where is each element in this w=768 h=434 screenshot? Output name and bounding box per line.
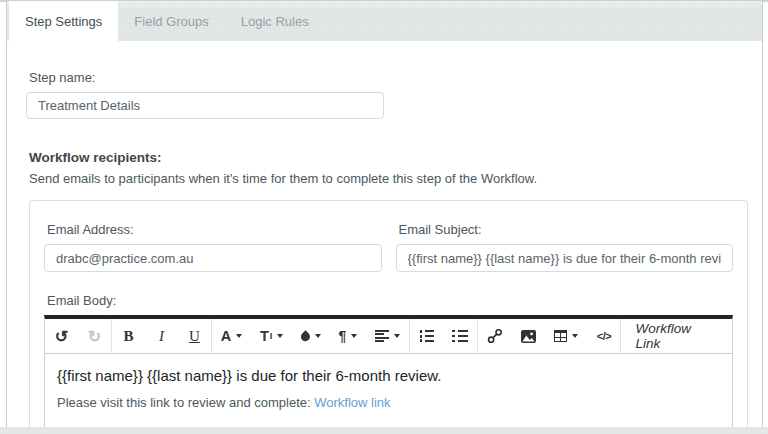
underline-button[interactable]: U (178, 319, 211, 353)
email-body-line1: {{first name}} {{last name}} is due for … (57, 367, 720, 384)
image-icon (521, 330, 536, 343)
insert-image-button[interactable] (512, 319, 545, 353)
highlight-color-button[interactable] (292, 319, 330, 353)
tab-field-groups[interactable]: Field Groups (118, 1, 224, 41)
tab-step-settings[interactable]: Step Settings (9, 1, 118, 41)
bottom-crop-strip (0, 427, 768, 434)
email-body-line2: Please visit this link to review and com… (57, 395, 720, 410)
chevron-down-icon (236, 334, 242, 338)
workflow-link-button[interactable]: Workflow Link (621, 319, 732, 353)
paragraph-icon: ¶ (339, 328, 347, 344)
email-body-editor: ↺ ↻ B I U A T I (44, 315, 733, 434)
email-subject-input[interactable] (396, 244, 734, 272)
chevron-down-icon (572, 334, 578, 338)
email-subject-label: Email Subject: (399, 222, 734, 237)
step-name-label: Step name: (29, 70, 748, 85)
italic-button[interactable]: I (145, 319, 178, 353)
font-size-icon: T (260, 328, 269, 344)
chevron-down-icon (315, 334, 321, 338)
chevron-down-icon (277, 334, 283, 338)
email-address-label: Email Address: (47, 222, 382, 237)
editor-toolbar: ↺ ↻ B I U A T I (44, 315, 733, 354)
email-address-field: Email Address: (44, 222, 382, 272)
settings-card: Step Settings Field Groups Logic Rules S… (6, 1, 763, 434)
unordered-list-icon (452, 330, 468, 343)
insert-table-button[interactable] (545, 319, 588, 353)
workflow-recipients-panel: Email Address: Email Subject: Email Body… (29, 200, 748, 434)
bold-button[interactable]: B (112, 319, 145, 353)
page: Step Settings Field Groups Logic Rules S… (0, 0, 768, 434)
text-color-icon: A (221, 328, 231, 344)
workflow-recipients-heading: Workflow recipients: (29, 150, 748, 165)
email-body-content[interactable]: {{first name}} {{last name}} is due for … (44, 354, 733, 434)
tab-bar: Step Settings Field Groups Logic Rules (7, 1, 762, 41)
align-button[interactable] (366, 319, 409, 353)
table-icon (554, 330, 568, 342)
code-view-button[interactable]: </> (587, 319, 620, 353)
workflow-recipients-description: Send emails to participants when it's ti… (29, 171, 748, 186)
redo-button[interactable]: ↻ (78, 319, 111, 353)
link-icon (487, 328, 503, 344)
undo-button[interactable]: ↺ (45, 319, 78, 353)
paragraph-format-button[interactable]: ¶ (330, 319, 366, 353)
tab-logic-rules[interactable]: Logic Rules (225, 1, 325, 41)
email-body-line2-text: Please visit this link to review and com… (57, 395, 314, 410)
email-fields-row: Email Address: Email Subject: (44, 222, 733, 272)
chevron-down-icon (394, 334, 400, 338)
workflow-link[interactable]: Workflow link (314, 395, 390, 410)
step-name-input[interactable] (26, 92, 384, 119)
step-settings-panel: Step name: Workflow recipients: Send ema… (7, 70, 762, 434)
font-size-icon-small: I (270, 331, 273, 341)
email-address-input[interactable] (44, 244, 382, 272)
chevron-down-icon (351, 334, 357, 338)
email-subject-field: Email Subject: (396, 222, 734, 272)
droplet-icon (299, 330, 311, 342)
ordered-list-button[interactable] (410, 319, 444, 353)
text-color-button[interactable]: A (212, 319, 251, 353)
insert-link-button[interactable] (478, 319, 512, 353)
email-body-label: Email Body: (47, 293, 733, 308)
font-size-button[interactable]: T I (251, 319, 292, 353)
ordered-list-icon (419, 330, 435, 343)
unordered-list-button[interactable] (443, 319, 477, 353)
align-left-icon (375, 330, 389, 343)
